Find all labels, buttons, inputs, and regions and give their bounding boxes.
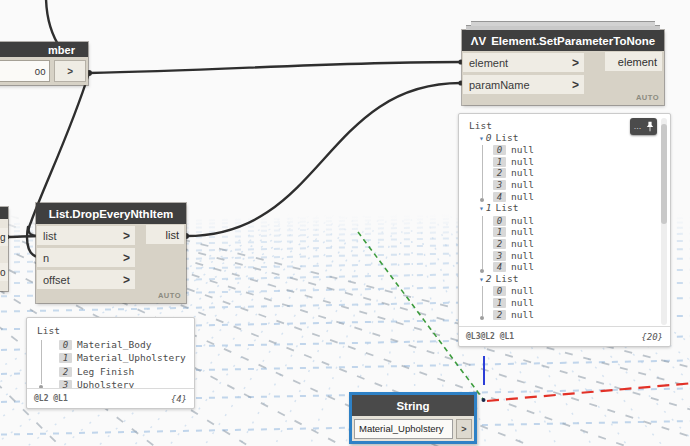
list-group[interactable]: ▾0List0null1null2null3null4null [469,132,662,203]
list-item: 4null [493,191,662,203]
input-port-paramname[interactable]: paramName > [463,75,584,94]
number-value-input[interactable]: 00 [0,60,50,82]
dynamo-canvas[interactable]: mber 00 > ΛV Element.SetParameterToNone … [0,0,690,446]
list-item: 0null [493,285,662,297]
scrollbar-thumb[interactable] [661,124,667,224]
node-header [0,207,8,219]
list-item: 0null [493,215,662,227]
scrollbar[interactable] [661,118,667,325]
node-header[interactable]: String [352,395,474,416]
output-port[interactable]: > [456,419,472,439]
input-port-offset[interactable]: offset > [37,270,135,289]
more-icon: … [634,123,643,131]
stacked-node-edge [471,21,655,26]
node-header[interactable]: List.DropEveryNthItem [36,203,186,224]
preview-content: List▾0List0null1null2null3null4null▾1Lis… [459,114,670,327]
list-item: 2null [493,309,662,321]
list-item: 2Leg Finish [59,365,186,379]
input-port-element[interactable]: element > [463,53,584,72]
input-port-n[interactable]: n > [37,248,135,267]
item-count: {4} [171,394,187,404]
node-partial-left-edge[interactable]: g o [0,207,8,291]
list-item: 2null [493,238,662,250]
lacing-indicator: AUTO [158,291,181,300]
list-item: 0Material_Body [59,338,186,352]
output-port-list[interactable]: list [146,225,184,244]
chevron-icon: > [123,272,130,287]
list-item: 2null [493,167,662,179]
list-item: 4null [493,261,662,273]
input-port-list[interactable]: list > [37,226,135,245]
port-fragment: o [0,263,8,281]
node-title: Element.SetParameterToNone [491,35,655,47]
node-element-setparametertonone[interactable]: ΛV Element.SetParameterToNone element > … [462,30,664,105]
lacing-indicator: AUTO [636,93,659,102]
chevron-icon: > [572,55,579,70]
list-item: 3null [493,179,662,191]
wire[interactable] [89,62,461,73]
pin-icon [646,121,654,132]
list-item: 1null [493,297,662,309]
node-header[interactable]: mber [0,42,88,57]
chevron-icon: > [123,228,130,243]
string-value-input[interactable]: Material_Upholstery [354,419,453,439]
list-item: 1null [493,226,662,238]
list-levels[interactable]: @L2 @L1 [34,394,68,403]
item-count: {20} [641,332,663,342]
preview-bubble-materials-list: List0Material_Body1Material_Upholstery2L… [26,317,195,409]
list-levels[interactable]: @L3@L2 @L1 [466,332,514,341]
output-port[interactable]: > [54,60,86,82]
list-item: 1Material_Upholstery [59,351,186,365]
list-group[interactable]: ▾2List0null1null2null [469,273,662,320]
node-list-dropeverynthitem[interactable]: List.DropEveryNthItem list > n > offset … [36,203,186,303]
node-number-partial[interactable]: mber 00 > [0,42,88,85]
list-item: 0null [493,144,662,156]
chevron-icon: > [572,77,579,92]
wire[interactable] [186,83,461,236]
package-icon: ΛV [471,35,486,47]
list-item: 1null [493,156,662,168]
port-fragment: g [0,228,8,246]
preview-content: List0Material_Body1Material_Upholstery2L… [27,318,194,389]
preview-bubble-nested-list: List▾0List0null1null2null3null4null▾1Lis… [458,113,671,347]
list-group[interactable]: ▾1List0null1null2null3null4null [469,202,662,273]
node-header[interactable]: ΛV Element.SetParameterToNone [462,30,664,51]
list-item: 3null [493,250,662,262]
preview-pin-button[interactable]: … [630,118,657,135]
chevron-icon: > [123,250,130,265]
node-string[interactable]: String Material_Upholstery > [349,392,477,444]
output-port-element[interactable]: element [605,52,662,71]
